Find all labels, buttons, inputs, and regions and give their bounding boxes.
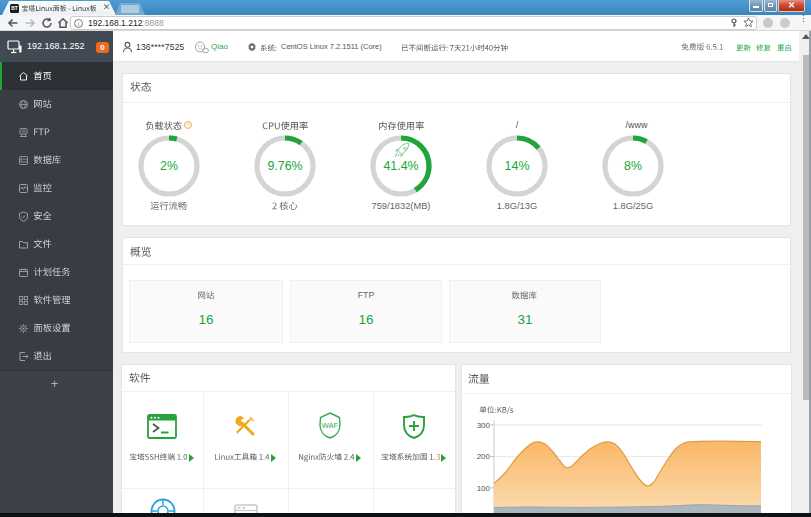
svg-text:300: 300 [477, 421, 491, 430]
svg-text:WAF: WAF [322, 421, 339, 430]
svg-text:200: 200 [477, 452, 491, 461]
svg-text:100: 100 [477, 484, 491, 493]
